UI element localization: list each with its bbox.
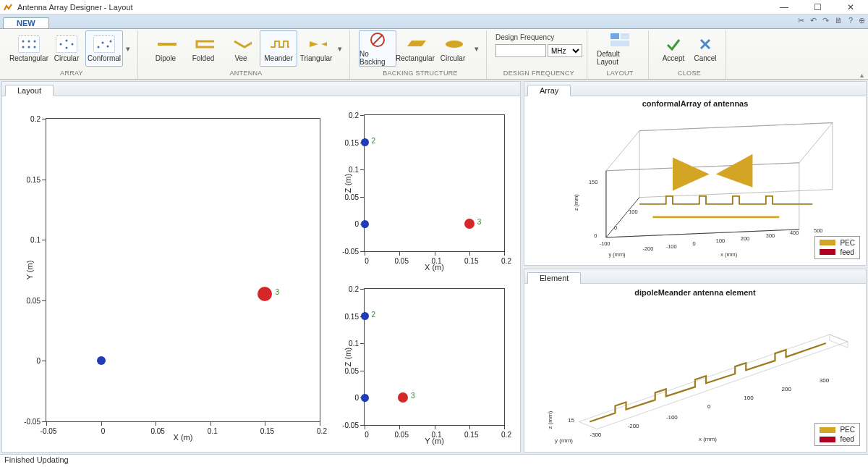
data-marker — [258, 287, 272, 301]
data-marker — [361, 138, 369, 146]
folded-icon — [192, 35, 214, 53]
tick-x: 0 — [365, 251, 365, 256]
array-rectangular-button[interactable]: Rectangular — [10, 30, 48, 67]
tick-x: 0.05 — [399, 425, 400, 429]
backing-circular-button[interactable]: Circular — [434, 30, 472, 67]
svg-rect-32 — [652, 216, 779, 218]
ribbon-group-design-freq: Design Frequency MHz DESIGN FREQUENCY — [493, 30, 587, 79]
antenna-triangular-button[interactable]: Triangular — [297, 30, 335, 67]
content-area: Layout Y (m) X (m) -0.0500.050.10.150.2-… — [0, 80, 868, 454]
meander-icon — [268, 35, 289, 53]
marker-label: 3 — [275, 288, 279, 296]
antenna-folded-button[interactable]: Folded — [184, 30, 222, 67]
backing-rectangular-button[interactable]: Rectangular — [396, 30, 434, 67]
axes-xy[interactable]: Y (m) X (m) -0.0500.050.10.150.2-0.0500.… — [46, 118, 320, 422]
cut-icon[interactable]: ✂ — [798, 16, 804, 25]
group-label-close: CLOSE — [678, 70, 701, 77]
antenna-vee-button[interactable]: Vee — [222, 30, 260, 67]
svg-text:x (mm): x (mm) — [699, 435, 717, 442]
svg-text:-300: -300 — [590, 431, 602, 437]
grid-circ-icon — [56, 35, 77, 53]
tick-x: 0.2 — [504, 425, 505, 429]
array-more-dropdown[interactable]: ▾ — [123, 30, 133, 67]
svg-line-18 — [373, 35, 383, 45]
antenna-dipole-button[interactable]: Dipole — [147, 30, 184, 67]
marker-label: 2 — [372, 311, 376, 319]
svg-marker-31 — [716, 154, 753, 188]
svg-point-10 — [98, 46, 100, 48]
default-layout-button[interactable]: Default Layout — [596, 30, 644, 67]
group-label-layout: LAYOUT — [606, 70, 633, 77]
element-plot-title: dipoleMeander antenna element — [524, 288, 866, 297]
cancel-button[interactable]: Cancel — [689, 30, 721, 67]
element-pane: Element dipoleMeander antenna element -3… — [524, 269, 867, 453]
axes-xz[interactable]: Z (m) X (m) -0.0500.050.10.150.200.050.1… — [364, 114, 505, 252]
svg-text:400: 400 — [790, 230, 799, 236]
svg-text:-100: -100 — [666, 413, 678, 420]
antenna-meander-button[interactable]: Meander — [260, 30, 297, 67]
ribbon-group-layout: Default Layout LAYOUT — [593, 30, 649, 79]
axes-yz[interactable]: Z (m) Y (m) -0.0500.050.10.150.200.050.1… — [364, 288, 505, 426]
svg-marker-49 — [579, 334, 848, 429]
svg-text:150: 150 — [589, 179, 597, 185]
data-marker — [464, 219, 475, 229]
svg-text:y (mm): y (mm) — [609, 251, 626, 258]
data-marker — [361, 312, 369, 320]
tick-x: 0.2 — [504, 251, 505, 256]
doc-icon[interactable]: 🗎 — [835, 16, 843, 25]
help-icon[interactable]: ? — [848, 16, 853, 25]
circ-plane-icon — [442, 35, 464, 53]
design-freq-input[interactable] — [495, 44, 546, 57]
window-title: Antenna Array Designer - Layout — [17, 3, 765, 12]
svg-text:200: 200 — [741, 235, 749, 242]
layout-pane: Layout Y (m) X (m) -0.0500.050.10.150.2-… — [1, 81, 521, 453]
svg-text:-100: -100 — [600, 240, 610, 247]
tick-y: 0.2 — [360, 115, 365, 116]
tab-array[interactable]: Array — [527, 85, 571, 96]
accept-button[interactable]: Accept — [658, 30, 689, 67]
ribbon-group-close: Accept Cancel CLOSE — [655, 30, 726, 79]
svg-point-0 — [22, 40, 25, 42]
tab-layout[interactable]: Layout — [5, 85, 54, 96]
svg-rect-14 — [158, 43, 176, 46]
group-label-design-freq: DESIGN FREQUENCY — [503, 70, 574, 77]
undo-icon[interactable]: ↶ — [810, 16, 817, 25]
backing-more-dropdown[interactable]: ▾ — [472, 30, 482, 67]
ylabel-yz: Z (m) — [344, 348, 352, 366]
svg-text:100: 100 — [744, 395, 754, 401]
tab-element[interactable]: Element — [527, 272, 581, 284]
tick-x: 0.1 — [210, 421, 211, 426]
ylabel-xz: Z (m) — [344, 174, 352, 193]
ribbon: Rectangular Circular Conformal ▾ ARRAY D… — [0, 29, 868, 80]
marker-label: 3 — [477, 218, 482, 226]
svg-text:z (mm): z (mm) — [573, 194, 579, 211]
close-button[interactable]: ✕ — [836, 0, 865, 14]
array-3d-plot[interactable]: -200-1000 100200300 400500 x (mm) -10001… — [553, 111, 859, 258]
svg-point-6 — [66, 39, 68, 41]
redo-icon[interactable]: ↷ — [822, 16, 829, 25]
status-bar: Finished Updating — [0, 454, 868, 467]
no-backing-icon — [367, 31, 388, 49]
svg-point-13 — [110, 40, 112, 42]
array-conformal-button[interactable]: Conformal — [85, 30, 123, 67]
tick-y: 0 — [42, 361, 46, 361]
tick-y: 0.2 — [360, 289, 365, 290]
check-icon — [663, 35, 684, 53]
array-circular-button[interactable]: Circular — [48, 30, 85, 67]
svg-line-28 — [606, 198, 639, 237]
ribbon-tab-new[interactable]: NEW — [3, 17, 49, 28]
element-legend: PEC feed — [814, 423, 860, 446]
maximize-button[interactable]: ☐ — [803, 0, 832, 14]
antenna-more-dropdown[interactable]: ▾ — [335, 30, 345, 67]
pin-icon[interactable]: ⊕ — [859, 16, 865, 25]
element-3d-plot[interactable]: -300 -200 -100 0 100 200 300 x (mm) 15 z… — [546, 303, 859, 447]
design-freq-unit[interactable]: MHz — [548, 44, 582, 57]
tick-x: 0.1 — [435, 251, 435, 256]
minimize-button[interactable]: — — [770, 0, 799, 14]
minimize-ribbon-icon[interactable]: ▴ — [860, 71, 864, 79]
xlabel-xy: X (m) — [174, 433, 193, 442]
svg-point-9 — [60, 43, 62, 45]
backing-none-button[interactable]: No Backing — [359, 30, 396, 67]
tick-y: 0.1 — [360, 343, 365, 344]
status-text: Finished Updating — [4, 455, 69, 464]
